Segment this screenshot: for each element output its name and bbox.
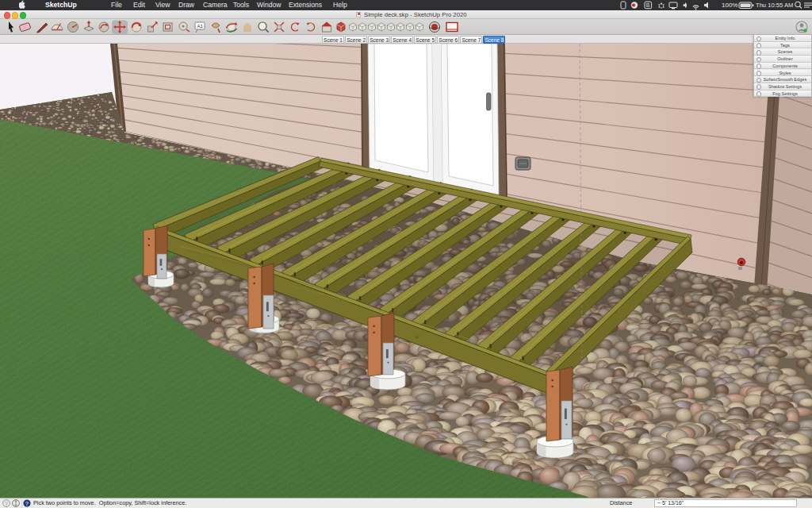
svg-text:?: ?: [5, 501, 8, 506]
svg-text:B: B: [646, 2, 650, 8]
svg-text:?: ?: [25, 500, 29, 507]
svg-text:A1: A1: [197, 24, 204, 29]
